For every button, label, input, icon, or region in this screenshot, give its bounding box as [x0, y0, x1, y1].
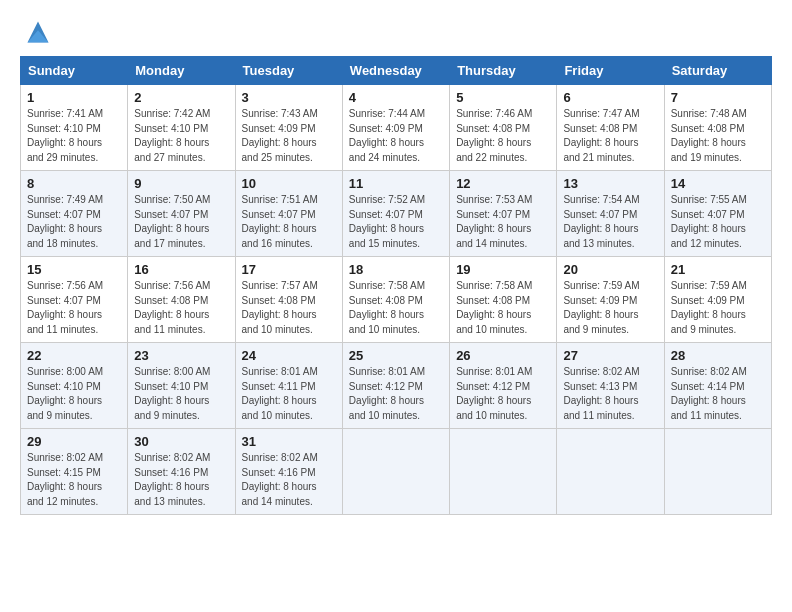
calendar-cell: 22Sunrise: 8:00 AMSunset: 4:10 PMDayligh…	[21, 343, 128, 429]
calendar-cell	[342, 429, 449, 515]
day-number: 2	[134, 90, 228, 105]
day-info: Sunrise: 8:02 AMSunset: 4:16 PMDaylight:…	[242, 451, 336, 509]
weekday-header-thursday: Thursday	[450, 57, 557, 85]
header	[20, 18, 772, 46]
day-info: Sunrise: 7:55 AMSunset: 4:07 PMDaylight:…	[671, 193, 765, 251]
calendar-cell	[664, 429, 771, 515]
day-info: Sunrise: 7:54 AMSunset: 4:07 PMDaylight:…	[563, 193, 657, 251]
day-info: Sunrise: 7:46 AMSunset: 4:08 PMDaylight:…	[456, 107, 550, 165]
day-info: Sunrise: 7:43 AMSunset: 4:09 PMDaylight:…	[242, 107, 336, 165]
calendar-cell: 10Sunrise: 7:51 AMSunset: 4:07 PMDayligh…	[235, 171, 342, 257]
day-info: Sunrise: 7:59 AMSunset: 4:09 PMDaylight:…	[671, 279, 765, 337]
day-info: Sunrise: 8:01 AMSunset: 4:12 PMDaylight:…	[349, 365, 443, 423]
day-number: 20	[563, 262, 657, 277]
day-info: Sunrise: 7:41 AMSunset: 4:10 PMDaylight:…	[27, 107, 121, 165]
day-number: 4	[349, 90, 443, 105]
day-number: 9	[134, 176, 228, 191]
day-info: Sunrise: 8:02 AMSunset: 4:15 PMDaylight:…	[27, 451, 121, 509]
calendar-cell: 7Sunrise: 7:48 AMSunset: 4:08 PMDaylight…	[664, 85, 771, 171]
week-row-1: 1Sunrise: 7:41 AMSunset: 4:10 PMDaylight…	[21, 85, 772, 171]
day-number: 3	[242, 90, 336, 105]
day-number: 7	[671, 90, 765, 105]
day-number: 5	[456, 90, 550, 105]
calendar-cell: 1Sunrise: 7:41 AMSunset: 4:10 PMDaylight…	[21, 85, 128, 171]
page: SundayMondayTuesdayWednesdayThursdayFrid…	[0, 0, 792, 533]
day-info: Sunrise: 7:48 AMSunset: 4:08 PMDaylight:…	[671, 107, 765, 165]
day-number: 24	[242, 348, 336, 363]
day-number: 31	[242, 434, 336, 449]
week-row-3: 15Sunrise: 7:56 AMSunset: 4:07 PMDayligh…	[21, 257, 772, 343]
calendar-cell: 13Sunrise: 7:54 AMSunset: 4:07 PMDayligh…	[557, 171, 664, 257]
calendar-cell: 6Sunrise: 7:47 AMSunset: 4:08 PMDaylight…	[557, 85, 664, 171]
calendar-cell: 5Sunrise: 7:46 AMSunset: 4:08 PMDaylight…	[450, 85, 557, 171]
day-number: 17	[242, 262, 336, 277]
day-info: Sunrise: 7:59 AMSunset: 4:09 PMDaylight:…	[563, 279, 657, 337]
day-info: Sunrise: 7:56 AMSunset: 4:07 PMDaylight:…	[27, 279, 121, 337]
day-info: Sunrise: 8:02 AMSunset: 4:16 PMDaylight:…	[134, 451, 228, 509]
calendar-cell: 31Sunrise: 8:02 AMSunset: 4:16 PMDayligh…	[235, 429, 342, 515]
day-number: 18	[349, 262, 443, 277]
day-number: 22	[27, 348, 121, 363]
calendar-cell: 29Sunrise: 8:02 AMSunset: 4:15 PMDayligh…	[21, 429, 128, 515]
day-info: Sunrise: 7:56 AMSunset: 4:08 PMDaylight:…	[134, 279, 228, 337]
calendar-cell: 27Sunrise: 8:02 AMSunset: 4:13 PMDayligh…	[557, 343, 664, 429]
day-number: 10	[242, 176, 336, 191]
day-info: Sunrise: 8:00 AMSunset: 4:10 PMDaylight:…	[27, 365, 121, 423]
day-info: Sunrise: 8:01 AMSunset: 4:11 PMDaylight:…	[242, 365, 336, 423]
weekday-header-tuesday: Tuesday	[235, 57, 342, 85]
calendar-cell: 23Sunrise: 8:00 AMSunset: 4:10 PMDayligh…	[128, 343, 235, 429]
calendar-cell: 19Sunrise: 7:58 AMSunset: 4:08 PMDayligh…	[450, 257, 557, 343]
weekday-header-sunday: Sunday	[21, 57, 128, 85]
calendar-cell: 15Sunrise: 7:56 AMSunset: 4:07 PMDayligh…	[21, 257, 128, 343]
day-number: 23	[134, 348, 228, 363]
day-info: Sunrise: 8:02 AMSunset: 4:14 PMDaylight:…	[671, 365, 765, 423]
day-number: 11	[349, 176, 443, 191]
day-number: 15	[27, 262, 121, 277]
day-info: Sunrise: 7:49 AMSunset: 4:07 PMDaylight:…	[27, 193, 121, 251]
weekday-header-row: SundayMondayTuesdayWednesdayThursdayFrid…	[21, 57, 772, 85]
calendar-cell: 12Sunrise: 7:53 AMSunset: 4:07 PMDayligh…	[450, 171, 557, 257]
day-info: Sunrise: 8:00 AMSunset: 4:10 PMDaylight:…	[134, 365, 228, 423]
day-number: 16	[134, 262, 228, 277]
logo	[20, 18, 52, 46]
calendar-cell: 24Sunrise: 8:01 AMSunset: 4:11 PMDayligh…	[235, 343, 342, 429]
calendar-cell: 18Sunrise: 7:58 AMSunset: 4:08 PMDayligh…	[342, 257, 449, 343]
day-number: 6	[563, 90, 657, 105]
day-number: 29	[27, 434, 121, 449]
calendar-cell: 25Sunrise: 8:01 AMSunset: 4:12 PMDayligh…	[342, 343, 449, 429]
calendar-cell: 3Sunrise: 7:43 AMSunset: 4:09 PMDaylight…	[235, 85, 342, 171]
day-info: Sunrise: 8:01 AMSunset: 4:12 PMDaylight:…	[456, 365, 550, 423]
calendar-cell: 17Sunrise: 7:57 AMSunset: 4:08 PMDayligh…	[235, 257, 342, 343]
calendar-table: SundayMondayTuesdayWednesdayThursdayFrid…	[20, 56, 772, 515]
day-number: 21	[671, 262, 765, 277]
day-info: Sunrise: 7:57 AMSunset: 4:08 PMDaylight:…	[242, 279, 336, 337]
day-info: Sunrise: 7:50 AMSunset: 4:07 PMDaylight:…	[134, 193, 228, 251]
day-number: 1	[27, 90, 121, 105]
calendar-cell: 14Sunrise: 7:55 AMSunset: 4:07 PMDayligh…	[664, 171, 771, 257]
weekday-header-wednesday: Wednesday	[342, 57, 449, 85]
calendar-cell: 4Sunrise: 7:44 AMSunset: 4:09 PMDaylight…	[342, 85, 449, 171]
day-info: Sunrise: 8:02 AMSunset: 4:13 PMDaylight:…	[563, 365, 657, 423]
day-info: Sunrise: 7:47 AMSunset: 4:08 PMDaylight:…	[563, 107, 657, 165]
day-number: 19	[456, 262, 550, 277]
calendar-cell: 28Sunrise: 8:02 AMSunset: 4:14 PMDayligh…	[664, 343, 771, 429]
week-row-4: 22Sunrise: 8:00 AMSunset: 4:10 PMDayligh…	[21, 343, 772, 429]
day-number: 12	[456, 176, 550, 191]
day-info: Sunrise: 7:58 AMSunset: 4:08 PMDaylight:…	[456, 279, 550, 337]
calendar-cell	[557, 429, 664, 515]
calendar-cell: 30Sunrise: 8:02 AMSunset: 4:16 PMDayligh…	[128, 429, 235, 515]
calendar-cell	[450, 429, 557, 515]
day-number: 14	[671, 176, 765, 191]
calendar-cell: 16Sunrise: 7:56 AMSunset: 4:08 PMDayligh…	[128, 257, 235, 343]
week-row-5: 29Sunrise: 8:02 AMSunset: 4:15 PMDayligh…	[21, 429, 772, 515]
day-info: Sunrise: 7:52 AMSunset: 4:07 PMDaylight:…	[349, 193, 443, 251]
week-row-2: 8Sunrise: 7:49 AMSunset: 4:07 PMDaylight…	[21, 171, 772, 257]
calendar-cell: 9Sunrise: 7:50 AMSunset: 4:07 PMDaylight…	[128, 171, 235, 257]
calendar-cell: 21Sunrise: 7:59 AMSunset: 4:09 PMDayligh…	[664, 257, 771, 343]
day-number: 28	[671, 348, 765, 363]
weekday-header-friday: Friday	[557, 57, 664, 85]
calendar-cell: 20Sunrise: 7:59 AMSunset: 4:09 PMDayligh…	[557, 257, 664, 343]
calendar-cell: 8Sunrise: 7:49 AMSunset: 4:07 PMDaylight…	[21, 171, 128, 257]
calendar-cell: 11Sunrise: 7:52 AMSunset: 4:07 PMDayligh…	[342, 171, 449, 257]
day-info: Sunrise: 7:53 AMSunset: 4:07 PMDaylight:…	[456, 193, 550, 251]
